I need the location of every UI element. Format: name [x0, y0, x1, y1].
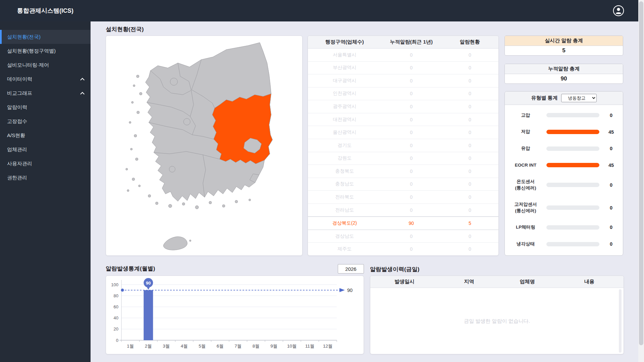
svg-text:4월: 4월: [181, 344, 188, 349]
sidebar-item-8[interactable]: 업체관리: [0, 142, 91, 157]
region-cell: 부산광역시: [308, 62, 381, 74]
history-col-header: 지역: [439, 276, 499, 288]
region-cell: 0: [441, 204, 498, 217]
realtime-alarm-total-title: 실시간 알람 총계: [505, 36, 623, 46]
region-cell: 0: [441, 74, 498, 87]
type-statistics-select[interactable]: 냉동창고: [561, 94, 597, 102]
page-scrollbar-thumb[interactable]: [639, 1, 643, 345]
region-cell: 0: [381, 191, 441, 203]
type-stat-bar-track: [546, 242, 599, 246]
sidebar-item-4[interactable]: 비교그래프: [0, 86, 91, 100]
monthly-alarm-bar-chart: 0204060801001월2월903월4월5월6월7월8월9월10월11월12…: [106, 276, 364, 354]
region-cell: 0: [381, 87, 441, 100]
region-row[interactable]: 전라북도00: [308, 191, 498, 204]
svg-text:40: 40: [114, 315, 118, 320]
region-row[interactable]: 부산광역시00: [308, 62, 498, 75]
region-cell: 0: [381, 243, 441, 255]
sidebar-item-label: 비교그래프: [7, 90, 80, 97]
sidebar-item-2[interactable]: 설비모니터링·제어: [0, 58, 91, 72]
page-scrollbar-track[interactable]: [638, 0, 644, 362]
type-statistics-box: 유형별 통계 냉동창고 고압0저압45유압0EOCR INT45온도센서 (통신…: [504, 91, 623, 256]
region-cell: 0: [381, 49, 441, 61]
map-region-gyeongbuk-highlighted: [212, 94, 272, 164]
type-stat-label: EOCR INT: [508, 162, 543, 168]
today-history-empty-message: 금일 발생한 알람이 없습니다.: [370, 318, 624, 324]
region-row[interactable]: 경상북도(2)905: [308, 217, 498, 230]
region-cell: 광주광역시: [308, 100, 381, 113]
region-cell: 0: [441, 49, 498, 61]
region-row[interactable]: 강원도00: [308, 152, 498, 165]
chart-bar: [144, 290, 153, 340]
region-cell: 0: [381, 100, 441, 113]
region-row[interactable]: 광주광역시00: [308, 100, 498, 113]
chevron-up-icon: [80, 78, 85, 82]
sidebar-item-label: 업체관리: [7, 146, 83, 153]
region-cell: 0: [441, 165, 498, 178]
sidebar-item-1[interactable]: 설치현황(행정구역별): [0, 44, 91, 58]
svg-text:6월: 6월: [217, 344, 224, 349]
sidebar-item-5[interactable]: 알람이력: [0, 100, 91, 114]
top-header: 통합관제시스템(ICS): [0, 0, 638, 21]
type-stat-value: 0: [604, 205, 618, 210]
region-cell: 0: [381, 113, 441, 126]
chart-year-input[interactable]: [338, 264, 364, 274]
region-cell: 경기도: [308, 139, 381, 152]
region-row[interactable]: 전라남도00: [308, 204, 498, 217]
region-row[interactable]: 경기도00: [308, 139, 498, 152]
type-stat-bar-fill: [546, 130, 599, 134]
svg-text:3월: 3월: [163, 344, 170, 349]
region-cell: 0: [381, 126, 441, 139]
region-row[interactable]: 충청북도00: [308, 165, 498, 178]
sidebar-item-0[interactable]: 설치현황(전국): [0, 30, 91, 44]
region-cell: 0: [441, 243, 498, 255]
history-col-header: 발생일시: [370, 276, 439, 288]
type-stat-label: 온도센서 (통신에러): [508, 179, 543, 191]
type-stat-bar-track: [546, 225, 599, 230]
region-cell: 경상북도(2): [308, 217, 381, 230]
svg-text:7월: 7월: [234, 344, 241, 349]
region-row[interactable]: 충청남도00: [308, 178, 498, 191]
region-table-body: 서울특별시00부산광역시00대구광역시00인천광역시00광주광역시00대전광역시…: [308, 49, 498, 255]
korea-map-panel: [106, 36, 303, 256]
region-cell: 전라남도: [308, 204, 381, 217]
type-stat-bar-track: [546, 183, 599, 187]
sidebar-item-7[interactable]: A/S현황: [0, 128, 91, 142]
region-cell: 0: [441, 152, 498, 165]
type-stat-value: 45: [604, 129, 618, 135]
region-row[interactable]: 제주도00: [308, 243, 498, 255]
region-row[interactable]: 대구광역시00: [308, 74, 498, 87]
region-cell: 0: [441, 139, 498, 152]
sidebar-item-label: 권한관리: [7, 175, 83, 181]
type-stat-row: 고압0: [508, 112, 618, 118]
today-history-title: 알람발생이력(금일): [370, 265, 419, 273]
type-stat-row: 냉각상태0: [508, 241, 618, 247]
history-scrollbar[interactable]: [619, 289, 622, 353]
svg-text:100: 100: [111, 282, 118, 287]
type-stat-row: LP체터링0: [508, 224, 618, 230]
svg-text:60: 60: [114, 304, 118, 309]
region-row[interactable]: 서울특별시00: [308, 49, 498, 62]
sidebar-item-label: 고장접수: [7, 118, 83, 125]
svg-text:90: 90: [347, 288, 353, 293]
region-row[interactable]: 인천광역시00: [308, 87, 498, 101]
user-account-button[interactable]: [613, 5, 624, 16]
region-row[interactable]: 대전광역시00: [308, 113, 498, 126]
korea-map[interactable]: [106, 36, 302, 255]
sidebar-item-10[interactable]: 권한관리: [0, 171, 91, 185]
sidebar-item-9[interactable]: 사용자관리: [0, 157, 91, 171]
region-row[interactable]: 경상남도00: [308, 230, 498, 243]
sidebar-item-6[interactable]: 고장접수: [0, 114, 91, 128]
svg-text:11월: 11월: [305, 344, 315, 349]
svg-text:10월: 10월: [287, 344, 297, 349]
sidebar-item-label: 데이터이력: [7, 76, 80, 82]
monthly-alarm-chart-panel: 0204060801001월2월903월4월5월6월7월8월9월10월11월12…: [106, 276, 364, 354]
region-row[interactable]: 울산광역시00: [308, 126, 498, 139]
region-cell: 0: [441, 100, 498, 113]
monthly-chart-title: 알람발생통계(월별): [106, 265, 155, 273]
today-history-panel: 발생일시지역업체명내용 금일 발생한 알람이 없습니다.: [370, 276, 624, 354]
sidebar-item-3[interactable]: 데이터이력: [0, 72, 91, 86]
region-cell: 0: [381, 152, 441, 165]
region-col-header: 행정구역(업체수): [308, 36, 381, 48]
region-status-table: 행정구역(업체수)누적알람(최근 1년)알람현황 서울특별시00부산광역시00대…: [308, 36, 499, 256]
region-cell: 0: [381, 178, 441, 191]
